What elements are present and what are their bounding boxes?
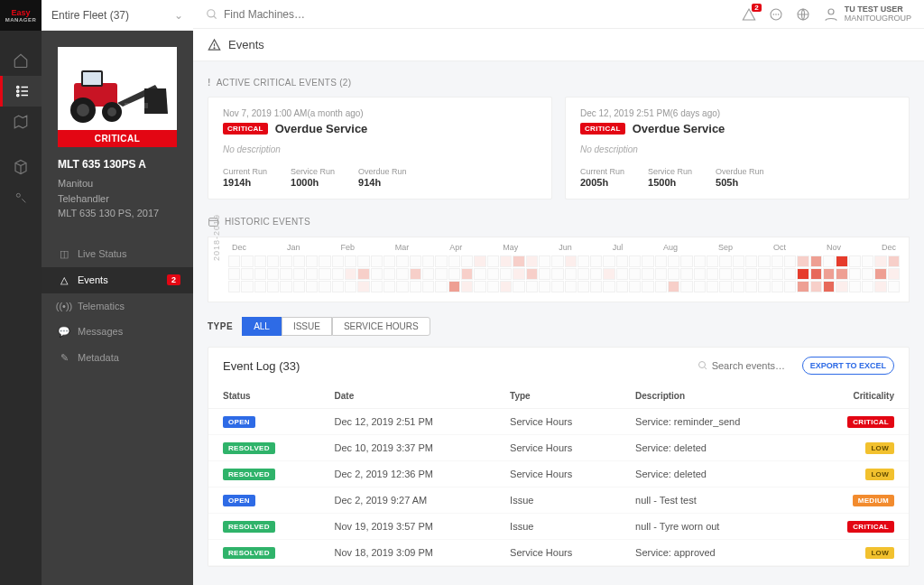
sidebar: Entire Fleet (37) ⌄ CRITICAL MLT 635 130…: [42, 0, 193, 585]
table-row[interactable]: RESOLVEDNov 18, 2019 3:09 PMService Hour…: [208, 540, 909, 566]
svg-point-0: [16, 86, 18, 88]
machine-meta: Manitou Telehandler MLT 635 130 PS, 2017: [58, 176, 177, 221]
table-row[interactable]: RESOLVEDDec 10, 2019 3:37 PMService Hour…: [208, 435, 909, 461]
rail-cube-icon[interactable]: [0, 152, 42, 182]
heatmap: 2018-2019 DecJanFebMarAprMayJunJulAugSep…: [208, 237, 910, 302]
page-header: Events: [193, 29, 924, 61]
tab-issue[interactable]: ISSUE: [282, 317, 332, 336]
tab-service-hours[interactable]: SERVICE HOURS: [332, 317, 430, 336]
user-menu[interactable]: TU TEST USERMANITOUGROUP: [823, 5, 911, 23]
svg-point-14: [107, 107, 116, 116]
table-row[interactable]: OPENDec 12, 2019 2:51 PMService HoursSer…: [208, 409, 909, 435]
chevron-down-icon: ⌄: [174, 9, 183, 22]
main: 2 TU TEST USERMANITOUGROUP Events !ACTIV…: [193, 0, 924, 585]
log-search[interactable]: [698, 360, 793, 371]
svg-point-16: [208, 9, 215, 16]
type-tabs: TYPE ALL ISSUE SERVICE HOURS: [208, 317, 910, 336]
global-search[interactable]: [206, 8, 742, 21]
sidebar-item-telematics[interactable]: ((•))Telematics: [42, 293, 193, 319]
log-title: Event Log (33): [223, 359, 300, 373]
table-row[interactable]: RESOLVEDNov 19, 2019 3:57 PMIssuenull - …: [208, 514, 909, 540]
historic-label: HISTORIC EVENTS: [208, 216, 910, 228]
svg-rect-10: [83, 72, 101, 85]
svg-point-2: [16, 90, 18, 92]
machine-title: MLT 635 130PS A: [58, 158, 177, 171]
critical-banner: CRITICAL: [58, 130, 177, 147]
svg-point-25: [698, 362, 705, 368]
search-input[interactable]: [224, 8, 359, 21]
brand-logo: EasyMANAGER: [0, 0, 42, 31]
side-nav: ◫Live Status △Events2 ((•))Telematics 💬M…: [42, 241, 193, 371]
table-row[interactable]: OPENDec 2, 2019 9:27 AMIssuenull - Test …: [208, 488, 909, 514]
event-log: Event Log (33) EXPORT TO EXCEL Status Da…: [208, 347, 910, 567]
search-icon: [206, 8, 218, 21]
rail-tool-icon[interactable]: [0, 182, 42, 213]
sidebar-item-events[interactable]: △Events2: [42, 267, 193, 293]
sidebar-item-live[interactable]: ◫Live Status: [42, 241, 193, 267]
svg-line-17: [214, 15, 217, 18]
nav-rail: EasyMANAGER: [0, 0, 42, 585]
svg-point-12: [77, 104, 89, 116]
user-icon: [823, 6, 839, 23]
search-icon: [698, 360, 708, 371]
alerts-icon[interactable]: 2: [742, 7, 756, 22]
active-events-label: !ACTIVE CRITICAL EVENTS (2): [208, 78, 910, 88]
page-title: Events: [228, 38, 264, 51]
event-card[interactable]: Dec 12, 2019 2:51 PM(6 days ago) CRITICA…: [565, 97, 910, 200]
fleet-select[interactable]: Entire Fleet (37) ⌄: [42, 0, 193, 31]
svg-point-22: [214, 48, 215, 49]
svg-rect-15: [125, 103, 148, 108]
event-cards: Nov 7, 2019 1:00 AM(a month ago) CRITICA…: [208, 97, 910, 200]
globe-icon[interactable]: [796, 7, 810, 22]
rail-map-icon[interactable]: [0, 107, 42, 137]
machine-image: [58, 47, 177, 130]
rail-home-icon[interactable]: [0, 45, 42, 76]
svg-point-6: [16, 193, 20, 197]
svg-point-20: [828, 9, 834, 14]
table-row[interactable]: RESOLVEDDec 2, 2019 12:36 PMService Hour…: [208, 461, 909, 488]
rail-list-icon[interactable]: [0, 76, 42, 107]
machine-card: CRITICAL MLT 635 130PS A Manitou Telehan…: [42, 31, 193, 228]
chat-icon[interactable]: [769, 7, 783, 22]
sidebar-item-metadata[interactable]: ✎Metadata: [42, 345, 193, 371]
topbar: 2 TU TEST USERMANITOUGROUP: [193, 0, 924, 29]
svg-point-4: [16, 94, 18, 96]
event-card[interactable]: Nov 7, 2019 1:00 AM(a month ago) CRITICA…: [208, 97, 552, 200]
export-button[interactable]: EXPORT TO EXCEL: [802, 357, 894, 375]
tab-all[interactable]: ALL: [242, 317, 282, 336]
warning-icon: [208, 38, 221, 51]
sidebar-item-messages[interactable]: 💬Messages: [42, 319, 193, 345]
svg-line-26: [704, 367, 707, 370]
